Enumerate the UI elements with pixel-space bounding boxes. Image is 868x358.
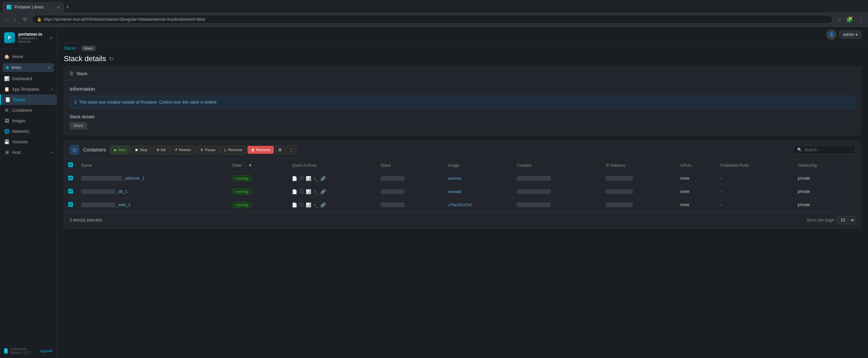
more-options-button[interactable]: ⋮ (286, 145, 296, 154)
host-icon: 🖥 (4, 150, 10, 155)
row3-checkbox[interactable] (68, 202, 73, 207)
columns-button[interactable]: ⊞ (275, 145, 285, 154)
col-name-label: Name (81, 163, 92, 168)
col-header-stack[interactable]: Stack ↕ (377, 159, 444, 172)
row1-stats-icon[interactable]: 📊 (306, 176, 311, 181)
stop-icon: ⏹ (135, 148, 138, 152)
sidebar-item-images[interactable]: 🖼 Images (0, 115, 57, 126)
sidebar-item-volumes[interactable]: 💾 Volumes (0, 137, 57, 147)
row1-attach-icon[interactable]: 🔗 (320, 176, 326, 181)
col-header-name[interactable]: Name ↕ (77, 159, 228, 172)
row3-inspect-icon[interactable]: ⓘ (299, 202, 304, 208)
per-page-select[interactable]: 10 25 50 100 (837, 216, 855, 224)
menu-button[interactable]: ⋮ (856, 15, 865, 24)
sidebar-item-home[interactable]: 🏠 Home (0, 51, 57, 62)
col-header-state[interactable]: State ↕ ▼ (228, 159, 288, 172)
browser-tab-active[interactable]: P Portainer | limes ✕ (3, 2, 64, 12)
row2-console-icon[interactable]: >_ (313, 189, 318, 194)
upgrade-link[interactable]: Upgrade (40, 349, 53, 353)
restart-label: Restart (179, 148, 191, 152)
row2-name[interactable] (81, 189, 115, 194)
resume-button[interactable]: ▷ Resume (221, 146, 246, 154)
user-avatar: 👤 (826, 30, 836, 40)
col-header-ownership[interactable]: Ownership ↕ (794, 159, 861, 172)
row2-image-link[interactable]: mariadb (448, 190, 461, 194)
row3-created-value (517, 202, 551, 207)
row1-name-suffix[interactable]: _adminer_1 (123, 176, 144, 181)
row1-console-icon[interactable]: >_ (313, 176, 318, 181)
row3-ports-value: - (720, 202, 722, 207)
kill-button[interactable]: ⊗ Kill (153, 146, 170, 154)
restart-button[interactable]: ↺ Restart (171, 146, 194, 154)
kill-label: Kill (161, 148, 166, 152)
row2-attach-icon[interactable]: 🔗 (320, 189, 326, 194)
search-box[interactable]: 🔍 (793, 145, 855, 154)
filter-icon[interactable]: ▼ (248, 163, 252, 168)
row2-name-suffix[interactable]: _db_1 (116, 189, 127, 194)
row2-inspect-icon[interactable]: ⓘ (299, 189, 304, 195)
pause-button[interactable]: ⏸ Pause (196, 146, 219, 154)
portainer-logo-icon: P (4, 32, 15, 43)
browser-tabs: P Portainer | limes ✕ + (0, 0, 868, 12)
col-header-created[interactable]: Created ↕ (513, 159, 602, 172)
sidebar-collapse-button[interactable]: « (50, 35, 53, 40)
row1-gpus-cell: none (676, 172, 716, 185)
row3-attach-icon[interactable]: 🔗 (320, 202, 326, 208)
row3-image-link[interactable]: c75a292cd7b7 (448, 203, 472, 207)
col-state-label: State (232, 163, 242, 168)
search-input[interactable] (804, 147, 852, 152)
row3-name[interactable] (81, 202, 115, 207)
row2-created-cell (513, 185, 602, 198)
back-button[interactable]: ‹ (3, 15, 9, 24)
row1-name-cell: _adminer_1 (77, 172, 228, 185)
stacks-icon: 📑 (5, 97, 11, 102)
row3-name-suffix[interactable]: _web_1 (116, 202, 130, 207)
row2-ports-cell: - (716, 185, 794, 198)
env-close-button[interactable]: ✕ (48, 66, 51, 70)
sidebar-item-networks[interactable]: 🌐 Networks (0, 126, 57, 137)
sidebar-logo: P portainer.io COMMUNITY EDITION « (0, 27, 57, 49)
row2-stats-icon[interactable]: 📊 (306, 189, 311, 194)
sidebar-item-stacks[interactable]: 📑 Stacks (0, 94, 57, 105)
extensions-button[interactable]: 🧩 (845, 15, 854, 24)
address-bar[interactable]: 🔒 https://portainer.mur.at/#!/6/docker/s… (32, 15, 833, 24)
row1-checkbox[interactable] (68, 176, 73, 180)
row1-checkbox-cell (64, 172, 77, 185)
forward-button[interactable]: › (12, 15, 18, 24)
sidebar-item-app-templates[interactable]: 📋 App Templates ▾ (0, 84, 57, 94)
breadcrumb-stacks-link[interactable]: Stacks (64, 46, 76, 51)
sidebar-item-label: Networks (12, 129, 53, 134)
row3-logs-icon[interactable]: 📄 (292, 202, 297, 208)
sidebar-item-containers[interactable]: ⚙ Containers (0, 105, 57, 115)
row1-inspect-icon[interactable]: ⓘ (299, 175, 304, 181)
row2-checkbox[interactable] (68, 189, 73, 194)
tab-close-button[interactable]: ✕ (57, 5, 60, 9)
sidebar-item-dashboard[interactable]: 📊 Dashboard (0, 73, 57, 84)
bookmark-button[interactable]: ☆ (835, 15, 843, 24)
row1-status-badge: running (232, 175, 252, 181)
tab-favicon: P (7, 5, 12, 10)
reload-button[interactable]: ↻ (21, 15, 29, 24)
remove-button[interactable]: 🗑 Remove (247, 146, 274, 154)
row3-console-icon[interactable]: >_ (313, 202, 318, 208)
row3-stack-cell (377, 198, 444, 212)
row2-logs-icon[interactable]: 📄 (292, 189, 297, 194)
new-tab-button[interactable]: + (64, 2, 72, 12)
col-header-image[interactable]: Image ↕ (444, 159, 513, 172)
breadcrumb-current-stack: limes (81, 46, 96, 51)
col-header-ip[interactable]: IP Address ↕ (602, 159, 676, 172)
row3-ownership-value: private (798, 202, 810, 207)
user-menu-button[interactable]: admin ▾ (839, 31, 861, 39)
environment-badge[interactable]: limes ✕ (3, 63, 54, 72)
sidebar-item-host[interactable]: 🖥 Host ▾ (0, 147, 57, 158)
row3-stats-icon[interactable]: 📊 (306, 202, 311, 208)
refresh-button[interactable]: ↻ (109, 56, 113, 62)
select-all-checkbox[interactable] (68, 162, 73, 167)
row3-quick-actions: 📄 ⓘ 📊 >_ 🔗 (292, 202, 372, 208)
stop-button[interactable]: ⏹ Stop (131, 146, 151, 154)
row1-logs-icon[interactable]: 📄 (292, 176, 297, 181)
row1-name[interactable] (81, 176, 122, 181)
row1-image-link[interactable]: adminer (448, 176, 461, 180)
stack-tab-label[interactable]: Stack (76, 71, 88, 76)
start-button[interactable]: ▶ Start (110, 146, 130, 154)
